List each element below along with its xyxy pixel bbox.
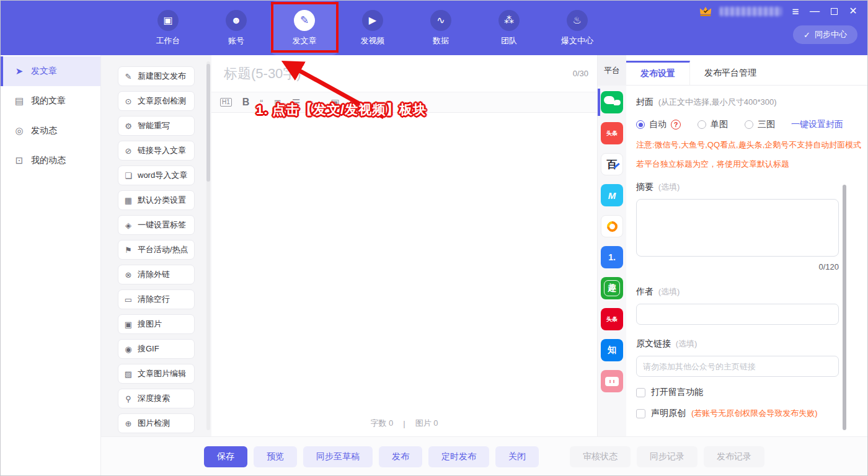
cover-section-label: 封面 (从正文中选择,最小尺寸400*300) xyxy=(636,97,861,108)
tool-search-gif[interactable]: ◉ 搜GIF xyxy=(118,339,195,359)
cover-hint: (从正文中选择,最小尺寸400*300) xyxy=(658,97,777,107)
tools-panel: ✎ 新建图文发布 ⊙ 文章原创检测 ⚙ 智能重写 ⊘ xyxy=(101,55,211,436)
nav-item-label: 发视频 xyxy=(361,35,385,46)
image-detect-icon: ⊕ xyxy=(124,419,133,428)
tool-clear-empty-lines[interactable]: ▭ 清除空行 xyxy=(118,289,195,309)
tab-label: 发布平台管理 xyxy=(704,68,756,79)
maximize-button[interactable] xyxy=(828,6,839,17)
link-icon: ⊘ xyxy=(124,146,133,156)
align-icon[interactable]: ≡ xyxy=(350,98,356,107)
tool-label: 新建图文发布 xyxy=(138,71,186,82)
nav-item-hot-center[interactable]: ♨ 爆文中心 xyxy=(543,1,611,55)
tool-one-click-tags[interactable]: ◈ 一键设置标签 xyxy=(118,215,195,235)
sidebar-item-my-articles[interactable]: ▤ 我的文章 xyxy=(1,86,100,116)
tool-deep-search[interactable]: ⚲ 深度搜索 xyxy=(118,389,195,408)
radio-icon[interactable] xyxy=(745,120,753,129)
one-click-cover-link[interactable]: 一键设置封面 xyxy=(791,119,843,130)
h1-icon[interactable]: H1 xyxy=(220,98,232,107)
quote-icon[interactable]: “ xyxy=(260,98,263,107)
panel-scrollbar-thumb[interactable] xyxy=(843,185,846,430)
platform-bilibili[interactable] xyxy=(601,370,623,392)
cover-option-auto[interactable]: 自动 ? xyxy=(636,119,681,130)
nav-item-publish-article[interactable]: ✎ 发文章 xyxy=(270,1,339,55)
nav-item-publish-video[interactable]: ▶ 发视频 xyxy=(339,1,407,55)
sliders-icon: ✎ xyxy=(124,72,133,81)
author-input[interactable] xyxy=(636,304,839,325)
sidebar-item-label: 我的文章 xyxy=(31,95,66,107)
divider-icon[interactable]: — xyxy=(311,98,320,107)
article-editor: 标题(5-30字) 0/30 H1 B “ ≣ ☰ — xyxy=(211,55,598,436)
editor-content-area[interactable] xyxy=(211,113,597,410)
checkbox-icon[interactable] xyxy=(636,388,645,397)
sidebar-item-label: 发动态 xyxy=(31,125,57,136)
flag-icon: ⚑ xyxy=(124,245,133,255)
platform-wechat[interactable] xyxy=(601,91,623,113)
image-icon[interactable]: ▣ xyxy=(330,98,339,107)
secondary-action-button[interactable]: 定时发布 xyxy=(428,446,489,467)
minimize-button[interactable]: — xyxy=(809,6,820,17)
sync-center-button[interactable]: ✓ 同步中心 xyxy=(793,25,857,44)
tool-platform-activity[interactable]: ⚑ 平台活动/热点 xyxy=(118,240,195,260)
platform-dafenghao[interactable]: M xyxy=(601,184,623,206)
platform-toutiao[interactable]: 头条 xyxy=(601,122,623,144)
source-link-input[interactable] xyxy=(636,356,839,377)
nav-item-account[interactable]: ☻ 账号 xyxy=(202,1,270,55)
close-button[interactable]: ✕ xyxy=(848,6,859,17)
tool-label: 清除空行 xyxy=(138,294,170,305)
secondary-action-button[interactable]: 关闭 xyxy=(495,446,539,467)
secondary-action-button[interactable]: 发布 xyxy=(379,446,422,467)
top-nav-bar: ▣ 工作台 ☻ 账号 ✎ 发文章 ▶ 发视频 ∿ 数据 xyxy=(1,1,867,55)
tool-link-import-article[interactable]: ⊘ 链接导入文章 xyxy=(118,141,195,161)
bold-icon[interactable]: B xyxy=(242,97,250,107)
sidebar-item-label: 我的动态 xyxy=(31,155,66,166)
summary-textarea[interactable] xyxy=(636,199,839,257)
tool-new-image-text-publish[interactable]: ✎ 新建图文发布 xyxy=(118,66,195,86)
sidebar-item-my-moments[interactable]: ⊡ 我的动态 xyxy=(1,146,100,175)
sidebar-item-post-moment[interactable]: ◎ 发动态 xyxy=(1,116,100,146)
tool-article-image-edit[interactable]: ▨ 文章图片编辑 xyxy=(118,364,195,384)
platform-yidianzixun[interactable]: 1. xyxy=(601,246,623,268)
tool-clear-external-links[interactable]: ⊗ 清除外链 xyxy=(118,265,195,284)
publish-video-icon: ▶ xyxy=(362,10,383,31)
platform-dafenghao-icon: M xyxy=(608,190,616,201)
tool-search-image[interactable]: ▣ 搜图片 xyxy=(118,314,195,334)
tool-word-import-article[interactable]: ❏ word导入文章 xyxy=(118,165,195,185)
menu-icon[interactable]: ≡ xyxy=(790,6,801,17)
platform-baijiahao[interactable]: 百 xyxy=(601,153,623,175)
tab-publish-settings[interactable]: 发布设置 xyxy=(626,61,690,85)
radio-icon[interactable] xyxy=(698,120,706,129)
cover-option-three[interactable]: 三图 ? xyxy=(745,119,775,130)
save-button[interactable]: 保存 xyxy=(204,446,247,467)
secondary-action-button[interactable]: 预览 xyxy=(254,446,297,467)
title-row: 标题(5-30字) 0/30 xyxy=(211,55,597,92)
tool-label: 链接导入文章 xyxy=(138,145,186,156)
nav-item-team[interactable]: ⁂ 团队 xyxy=(475,1,543,55)
checkbox-icon[interactable] xyxy=(636,409,645,418)
tools-scrollbar-thumb[interactable] xyxy=(206,64,210,182)
platform-qutoutiao[interactable]: 趣 xyxy=(601,277,623,299)
help-icon[interactable]: ? xyxy=(671,120,681,130)
nav-item-workbench[interactable]: ▣ 工作台 xyxy=(134,1,202,55)
checkbox-declare-original: 声明原创 (若账号无原创权限会导致发布失败) xyxy=(636,408,861,419)
platform-zhihu[interactable]: 知 xyxy=(601,339,623,361)
platform-dayuhao[interactable] xyxy=(601,215,623,237)
checkbox-label: 声明原创 xyxy=(651,408,686,419)
tool-originality-check[interactable]: ⊙ 文章原创检测 xyxy=(118,91,195,111)
cover-option-single[interactable]: 单图 ? xyxy=(698,119,728,130)
nav-item-data[interactable]: ∿ 数据 xyxy=(407,1,475,55)
tool-smart-rewrite[interactable]: ⚙ 智能重写 xyxy=(118,116,195,136)
platform-toutiao-icon: 头条 xyxy=(606,130,618,138)
platform-dongfangtoutiao[interactable]: 头条 xyxy=(601,308,623,330)
tab-publish-platform-manage[interactable]: 发布平台管理 xyxy=(690,61,771,85)
secondary-action-button[interactable]: 同步至草稿 xyxy=(303,446,373,467)
tool-image-detection[interactable]: ⊕ 图片检测 xyxy=(118,413,195,433)
tool-default-category[interactable]: ▦ 默认分类设置 xyxy=(118,190,195,210)
unordered-list-icon[interactable]: ☰ xyxy=(292,98,300,107)
sidebar-item-publish-article[interactable]: ➤ 发文章 xyxy=(1,56,100,86)
title-counter: 0/30 xyxy=(573,69,588,78)
title-input[interactable]: 标题(5-30字) xyxy=(224,64,573,83)
radio-icon[interactable] xyxy=(636,120,645,129)
ordered-list-icon[interactable]: ≣ xyxy=(273,98,281,107)
bottom-action-bar: 保存 预览 同步至草稿 发布 定时发布 关闭 审核状态 同步记录 发布记录 xyxy=(101,436,867,476)
disabled-record-button: 审核状态 xyxy=(570,446,631,467)
